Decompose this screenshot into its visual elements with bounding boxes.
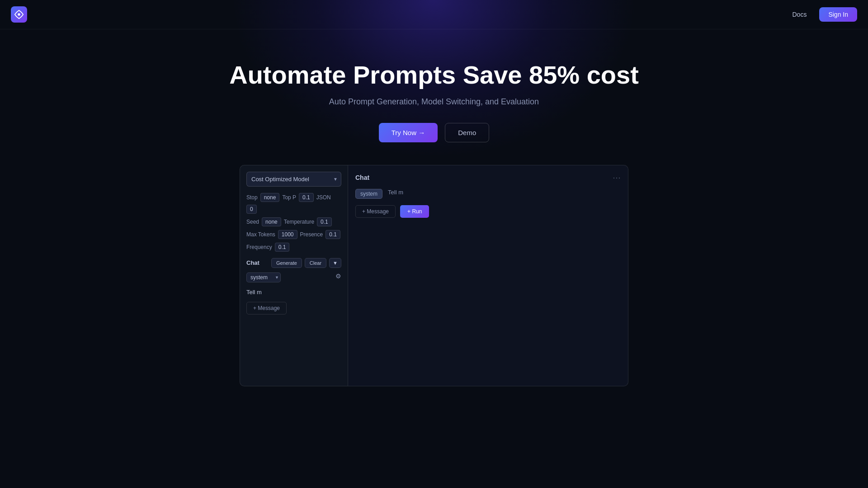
hero-subtitle: Auto Prompt Generation, Model Switching,… (9, 97, 859, 107)
left-chat-actions: Generate Clear ▼ (271, 258, 341, 268)
max-tokens-value[interactable]: 1000 (278, 230, 297, 239)
json-label: JSON (316, 194, 331, 201)
stop-value[interactable]: none (260, 193, 280, 202)
params-row-3: Max Tokens 1000 Presence 0.1 (246, 230, 341, 239)
top-p-value[interactable]: 0.1 (299, 193, 314, 202)
docs-link[interactable]: Docs (787, 8, 812, 21)
left-chat-section: Chat Generate Clear ▼ system user assist… (246, 258, 341, 314)
presence-value[interactable]: 0.1 (326, 230, 340, 239)
chat-panel-header: Chat ⋯ (355, 173, 621, 183)
role-select[interactable]: system user assistant (246, 272, 281, 282)
chat-panel-title: Chat (355, 174, 369, 181)
left-message-row: system user assistant ▼ ⚙ (246, 272, 341, 282)
seed-value[interactable]: none (262, 217, 281, 226)
role-select-wrapper: system user assistant ▼ (246, 272, 281, 282)
chat-collapse-button[interactable]: ▼ (329, 258, 341, 268)
params-row-4: Frequency 0.1 (246, 243, 341, 252)
generate-button[interactable]: Generate (271, 258, 302, 268)
nav-left (11, 6, 27, 23)
presence-label: Presence (300, 231, 323, 238)
left-chat-title: Chat (246, 259, 259, 266)
top-p-label: Top P (282, 194, 296, 201)
system-badge: system (355, 189, 382, 199)
nav-right: Docs Sign In (787, 7, 858, 22)
max-tokens-label: Max Tokens (246, 231, 275, 238)
panel-options-icon[interactable]: ⋯ (613, 173, 621, 183)
message-options-icon[interactable]: ⚙ (335, 272, 341, 280)
preview-actions: + Message + Run (355, 205, 621, 218)
svg-point-0 (18, 13, 20, 16)
hero-title: Automate Prompts Save 85% cost (9, 61, 859, 89)
params-row-2: Seed none Temperature 0.1 (246, 217, 341, 226)
left-chat-header: Chat Generate Clear ▼ (246, 258, 341, 268)
add-message-button[interactable]: + Message (246, 302, 287, 314)
model-select-wrapper: Cost Optimized Model ▼ (246, 172, 341, 187)
run-button[interactable]: + Run (400, 205, 429, 218)
model-select[interactable]: Cost Optimized Model (246, 172, 341, 187)
navbar: Docs Sign In (0, 0, 868, 29)
temperature-value[interactable]: 0.1 (317, 217, 332, 226)
message-content-text[interactable]: Tell m (246, 286, 341, 298)
frequency-label: Frequency (246, 244, 272, 250)
temperature-label: Temperature (284, 219, 314, 225)
params-row-1: Stop none Top P 0.1 JSON 0 (246, 193, 341, 214)
hero-section: Automate Prompts Save 85% cost Auto Prom… (0, 29, 868, 165)
signin-button[interactable]: Sign In (819, 7, 857, 22)
frequency-value[interactable]: 0.1 (275, 243, 290, 252)
try-now-button[interactable]: Try Now → (379, 123, 438, 142)
right-panel: Chat ⋯ system Tell m + Message + Run (348, 165, 628, 386)
seed-label: Seed (246, 219, 259, 225)
hero-buttons: Try Now → Demo (9, 123, 859, 142)
main-panel: Cost Optimized Model ▼ Stop none Top P 0… (240, 165, 628, 386)
chat-message-preview: system Tell m (355, 189, 621, 199)
json-value[interactable]: 0 (246, 205, 257, 214)
left-panel: Cost Optimized Model ▼ Stop none Top P 0… (240, 165, 348, 386)
clear-button[interactable]: Clear (305, 258, 326, 268)
demo-button[interactable]: Demo (445, 123, 489, 142)
preview-message-text: Tell m (388, 189, 403, 196)
stop-label: Stop (246, 194, 258, 201)
add-message-right-button[interactable]: + Message (355, 205, 396, 218)
logo-icon (11, 6, 27, 23)
